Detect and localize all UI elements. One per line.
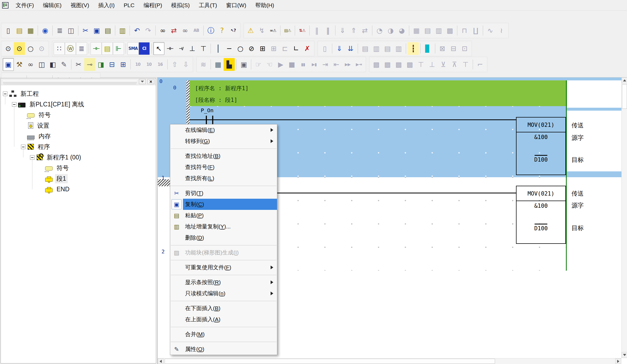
io-comment-window-icon[interactable]: ◧ [47,58,58,71]
scroll-left-button[interactable] [158,358,164,364]
horizontal-scrollbar[interactable] [158,358,621,364]
cut-icon[interactable]: ✂ [80,24,91,37]
tree-item-symbols-global[interactable]: 符号 [1,110,156,120]
tree-item-programs[interactable]: 程序 [1,141,156,152]
function-block-generate-icon[interactable]: ▊ [422,42,433,55]
context-menu-item-find-bit-address[interactable]: 查找位地址(B) [170,150,277,162]
source-operand[interactable]: &100 [517,203,565,209]
online-transfer-check-icon[interactable]: ⇅⚠ [297,24,308,37]
cross-reference-icon[interactable]: ✂ [73,58,84,71]
context-menu-item-properties[interactable]: ✎属性(O) [170,344,277,355]
zoom-in-icon[interactable]: ⊙ [3,42,14,55]
transfer-check-icon[interactable]: ▤⚠ [282,24,293,37]
workspace-dropdown-button[interactable] [139,79,146,84]
mov-instruction-block-2[interactable]: MOV(021) &100 D100 [516,186,566,244]
context-menu-item-cut[interactable]: ✂剪切(T) [170,188,277,199]
new-closed-coil-icon[interactable]: ⊘ [246,42,257,55]
context-menu-item-copy[interactable]: ▣复制(C) [170,199,277,210]
tree-item-program1[interactable]: 新程序1 (00) [1,152,156,163]
expand-box-plc[interactable] [12,102,16,107]
view-network-icon[interactable]: ⊣⊢ [91,42,102,55]
copy-icon[interactable]: ▣ [91,24,102,37]
new-or-closed-contact-icon[interactable]: ⊤ [198,42,209,55]
transfer-program-simulator-icon[interactable]: ▣ [238,58,249,71]
context-menu-item-go-to[interactable]: 转移到(G) [170,136,277,147]
menubar-item-edit[interactable]: 编辑(E) [39,0,66,10]
save-icon[interactable]: ▦ [25,24,36,37]
context-menu-item-show-bar-by[interactable]: 显示条按照(R) [170,277,277,288]
block-program-list-icon[interactable]: ┇ [408,42,419,55]
view-ci-dialog-icon[interactable]: CI [139,42,150,55]
toolbox-icon[interactable]: ⚒ [14,58,25,71]
scroll-right-button[interactable] [615,358,621,364]
find-icon[interactable]: ∞ [157,24,168,37]
context-menu-item-readonly-edit[interactable]: 只读模式编辑(n) [170,288,277,299]
undo-icon[interactable]: ↶ [131,24,143,37]
find-report-icon[interactable]: ∞⚠ [267,24,279,37]
expand-box-programs[interactable] [21,145,25,149]
tree-item-memory[interactable]: 内存 [1,131,156,141]
rung-wrapping-icon[interactable]: ✎ [58,58,70,71]
menubar-item-program[interactable]: 编程(P) [139,0,167,10]
menubar-item-insert[interactable]: 插入(I) [94,0,119,10]
menubar-item-tools[interactable]: 工具(T) [194,0,222,10]
watch-window-icon[interactable]: ⊟ [106,58,118,71]
context-menu-item-insert-above[interactable]: 在上面插入(A) [170,314,277,325]
tree-item-project[interactable]: 新工程 [1,88,156,99]
menubar-item-view[interactable]: 视图(V) [66,0,94,10]
vertical-scrollbar[interactable] [621,77,627,358]
context-menu-item-insert-below[interactable]: 在下面插入(B) [170,303,277,314]
replace-icon[interactable]: ⇄ [168,24,180,37]
expand-box-project[interactable] [3,92,7,96]
print-icon[interactable]: ≣ [54,24,65,37]
address-reference-tool-icon[interactable]: ⊞ [118,58,129,71]
workspace-close-button[interactable]: × [147,79,154,84]
scroll-down-button[interactable] [622,352,627,358]
new-contact-icon[interactable]: ⊣⊢ [164,42,176,55]
vertical-scroll-thumb[interactable] [622,84,627,109]
monitor-window-icon[interactable]: ◫ [36,58,47,71]
view-tree-icon[interactable]: ⊩ [113,42,124,55]
select-mode-icon[interactable]: ↖ [153,42,164,55]
destination-operand[interactable]: D100 [517,157,565,163]
scroll-up-button[interactable] [622,77,627,83]
p-on-contact[interactable]: P_On [200,107,217,125]
address-increment-paste-icon[interactable]: ▥ [117,24,128,37]
menubar-item-plc[interactable]: PLC [119,0,139,10]
print-preview-icon[interactable]: ◫ [65,24,76,37]
tree-item-end[interactable]: END [1,184,156,194]
symbol-table-icon[interactable]: ⊸ [84,58,95,71]
context-menu-item-delete[interactable]: 删除(D) [170,232,277,243]
view-ladder-icon[interactable]: ▤ [102,42,113,55]
context-menu-item-find-symbol[interactable]: 查找符号(F) [170,162,277,173]
online-edit-transfer-icon[interactable]: ⇊ [345,42,356,55]
context-menu-item-address-increment-copy[interactable]: ▥地址增量复制(Y)... [170,221,277,232]
workspace-titlebar[interactable]: × [1,78,156,85]
context-help-icon[interactable]: ↖? [228,24,239,37]
menubar-item-simulation[interactable]: 模拟(S) [167,0,194,10]
change-plc-model-icon[interactable]: ◉ [40,24,51,37]
show-rung-annotation-icon[interactable]: ≣ [76,42,87,55]
destination-operand[interactable]: D100 [517,225,565,232]
menubar-item-window[interactable]: 窗口(W) [221,0,251,10]
send-online-edit-changes-icon[interactable]: ⇓ [334,42,345,55]
open-file-icon[interactable]: ▤ [14,24,25,37]
menubar-item-help[interactable]: 帮助(H) [251,0,279,10]
context-menu-item-reusable-file[interactable]: 可重复使用文件(F) [170,262,277,273]
tree-item-plc[interactable]: 新PLC1[CP1E] 离线 [1,99,156,110]
menubar-item-file[interactable]: 文件(F) [11,0,39,10]
zoom-to-fit-icon[interactable]: ⊙ [14,42,25,55]
tree-item-settings[interactable]: 设置 [1,120,156,131]
about-icon[interactable]: ⓘ [205,24,216,37]
work-online-simulator-icon[interactable]: ▙ [224,58,235,71]
new-file-icon[interactable]: ▯ [3,24,14,37]
paste-icon[interactable]: ▤ [102,24,113,37]
horizontal-scroll-thumb[interactable] [165,359,495,364]
new-closed-contact-icon[interactable]: ⊣∕ [176,42,187,55]
new-horizontal-line-icon[interactable]: ─ [224,42,235,55]
diagram-window-icon[interactable] [2,2,8,8]
context-menu-item-find-all[interactable]: 查找所有(L) [170,173,277,184]
search-project-icon[interactable]: ∞ [180,24,191,37]
expand-box-program1[interactable] [30,155,35,160]
zoom-out-icon[interactable]: ○ [25,42,36,55]
